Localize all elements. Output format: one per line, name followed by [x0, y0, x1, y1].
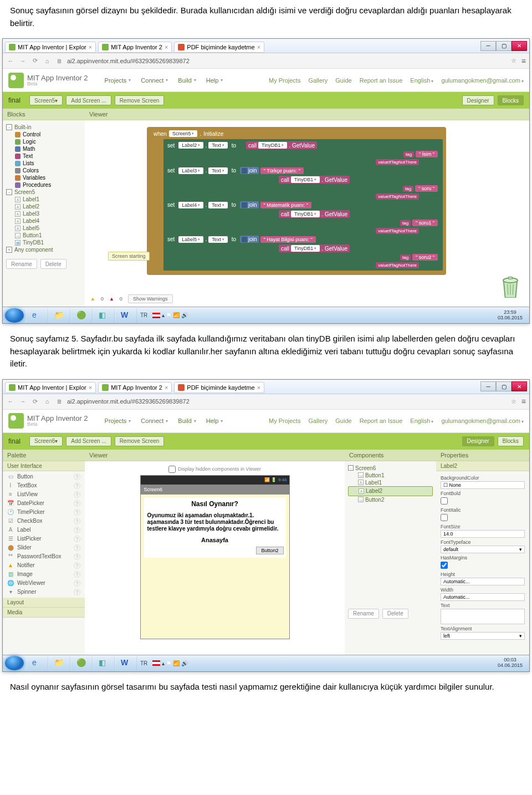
blocks-tab[interactable]: Blocks [498, 95, 524, 105]
info-icon[interactable]: ? [74, 500, 80, 507]
comp-label1[interactable]: ALabel1 [348, 479, 433, 486]
palette-media[interactable]: Media [3, 608, 85, 618]
cat-logic[interactable]: Logic [6, 138, 81, 145]
link-myprojects[interactable]: My Projects [269, 417, 300, 424]
link-gallery[interactable]: Gallery [308, 77, 328, 84]
close-icon[interactable]: × [257, 44, 260, 50]
info-icon[interactable]: ? [74, 553, 80, 560]
network-icon[interactable]: 📶 [173, 312, 180, 318]
url-field[interactable]: ai2.appinventor.mit.edu/#632936526983987… [67, 398, 506, 405]
close-button[interactable]: ✕ [511, 381, 527, 391]
preview-home[interactable]: Anasayfa [144, 534, 286, 546]
info-icon[interactable]: ? [74, 580, 80, 587]
pal-label[interactable]: ALabel? [3, 526, 85, 534]
menu-help[interactable]: Help [206, 417, 223, 424]
blocks-tab[interactable]: Blocks [498, 436, 524, 446]
info-icon[interactable]: ? [74, 589, 80, 595]
pal-listpicker[interactable]: ☰ListPicker? [3, 534, 85, 543]
browser-tab[interactable]: PDF biçiminde kaydetme× [174, 382, 264, 393]
browser-tab[interactable]: PDF biçiminde kaydetme× [174, 42, 264, 53]
pal-webviewer[interactable]: 🌐WebViewer? [3, 579, 85, 588]
info-icon[interactable]: ? [74, 536, 80, 542]
link-language[interactable]: English [410, 417, 433, 424]
palette-section[interactable]: User Interface [3, 461, 85, 471]
prop-width-value[interactable]: Automatic... [441, 593, 525, 601]
delete-button[interactable]: Delete [40, 259, 66, 269]
pal-passwordtextbox[interactable]: **PasswordTextBox? [3, 552, 85, 561]
menu-projects[interactable]: Projects [105, 417, 131, 424]
menu-connect[interactable]: Connect [141, 417, 168, 424]
info-icon[interactable]: ? [74, 527, 80, 533]
pal-datepicker[interactable]: 📅DatePicker? [3, 499, 85, 508]
cat-math[interactable]: Math [6, 145, 81, 152]
comp-screen6[interactable]: - Screen6 [348, 465, 433, 472]
ie-icon[interactable]: e [26, 656, 48, 670]
cat-variables[interactable]: Variables [6, 174, 81, 181]
comp-button1[interactable]: ▭Button1 [6, 232, 81, 239]
prop-bgcolor-value[interactable]: ☐ None [441, 481, 525, 489]
palette-layout[interactable]: Layout [3, 598, 85, 608]
info-icon[interactable]: ? [74, 509, 80, 516]
app-icon[interactable]: ◧ [93, 656, 115, 670]
home-icon[interactable]: ⌂ [43, 57, 52, 65]
action-center-icon[interactable]: ⚑ [166, 660, 171, 666]
forward-icon[interactable]: → [18, 57, 27, 65]
app-icon[interactable]: ◧ [93, 308, 115, 323]
info-icon[interactable]: ? [74, 544, 80, 551]
menu-icon[interactable]: ≡ [521, 397, 526, 406]
info-icon[interactable]: ? [74, 562, 80, 569]
user-email[interactable]: gulumangokmen@gmail.com [441, 77, 524, 84]
when-block[interactable]: when Screen5 .Initialize Screen starting… [147, 127, 446, 275]
word-icon[interactable]: W [115, 308, 137, 323]
close-icon[interactable]: × [257, 384, 260, 391]
close-icon[interactable]: × [165, 384, 168, 391]
reload-icon[interactable]: ⟳ [30, 397, 39, 406]
tray-up-icon[interactable]: ▴ [162, 312, 165, 318]
prop-typeface-value[interactable]: default ▾ [441, 546, 525, 553]
pal-checkbox[interactable]: ☑CheckBox? [3, 517, 85, 526]
minimize-button[interactable]: ─ [480, 381, 496, 391]
link-report[interactable]: Report an Issue [360, 77, 403, 84]
close-icon[interactable]: × [165, 44, 168, 50]
pal-timepicker[interactable]: 🕐TimePicker? [3, 508, 85, 517]
action-center-icon[interactable]: ⚑ [166, 312, 171, 318]
browser-tab[interactable]: MIT App Inventor 2× [98, 382, 172, 393]
prop-margins-checkbox[interactable] [441, 562, 448, 569]
ie-icon[interactable]: e [26, 308, 48, 323]
link-myprojects[interactable]: My Projects [269, 77, 300, 84]
comp-label2[interactable]: ALabel2 [6, 203, 81, 210]
link-language[interactable]: English [410, 77, 433, 84]
comp-label2-selected[interactable]: ALabel2 [348, 486, 433, 496]
rename-button[interactable]: Rename [6, 259, 37, 269]
info-icon[interactable]: ? [74, 482, 80, 489]
pal-spinner[interactable]: ▾Spinner? [3, 588, 85, 597]
chrome-icon[interactable]: 🟢 [70, 656, 93, 670]
preview-body[interactable]: Oyunumuz iki aşamadan oluşmaktadır.1. aş… [144, 510, 286, 534]
link-gallery[interactable]: Gallery [308, 417, 328, 424]
star-icon[interactable]: ☆ [509, 57, 518, 65]
comp-button1[interactable]: ▭Button1 [348, 472, 433, 479]
clock[interactable]: 23:5903.06.2015 [493, 310, 527, 321]
cat-lists[interactable]: Lists [6, 160, 81, 167]
menu-connect[interactable]: Connect [141, 77, 168, 84]
back-icon[interactable]: ← [6, 57, 15, 65]
explorer-icon[interactable]: 📁 [48, 308, 70, 323]
prop-align-value[interactable]: left ▾ [441, 632, 525, 640]
prop-fontbold-checkbox[interactable] [441, 497, 448, 504]
pal-image[interactable]: ▧Image? [3, 570, 85, 579]
star-icon[interactable]: ☆ [509, 397, 518, 406]
blocks-canvas[interactable]: when Screen5 .Initialize Screen starting… [85, 120, 529, 307]
minimize-button[interactable]: ─ [480, 41, 496, 51]
screen-node[interactable]: -Screen5 [6, 188, 81, 196]
menu-build[interactable]: Build [178, 77, 196, 84]
info-icon[interactable]: ? [74, 518, 80, 524]
preview-button2[interactable]: Button2 [256, 547, 283, 554]
cat-control[interactable]: Control [6, 131, 81, 138]
screen-select[interactable]: Screen5 ▾ [29, 95, 63, 105]
close-button[interactable]: ✕ [511, 41, 527, 51]
any-component[interactable]: +Any component [6, 246, 81, 253]
explorer-icon[interactable]: 📁 [48, 656, 70, 670]
prop-text-value[interactable] [441, 609, 525, 624]
maximize-button[interactable]: ▢ [496, 381, 511, 391]
rename-button[interactable]: Rename [348, 609, 379, 619]
